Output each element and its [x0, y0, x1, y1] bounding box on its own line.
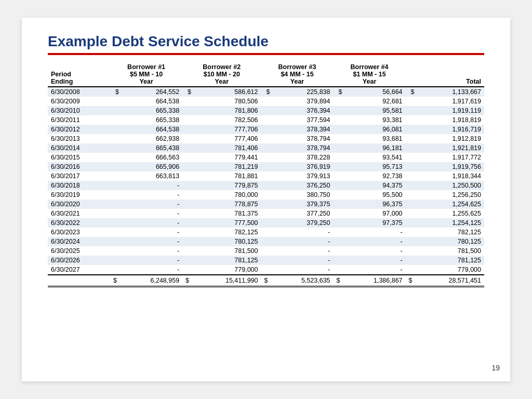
- table-cell: [334, 153, 343, 162]
- table-cell: -: [120, 181, 182, 190]
- table-cell: 779,000: [416, 265, 484, 275]
- table-cell: [406, 143, 416, 153]
- table-cell: [182, 237, 192, 246]
- table-cell: [110, 171, 120, 181]
- table-total-row: $6,248,959$15,411,990$5,523,635$1,386,86…: [48, 275, 484, 287]
- table-cell: -: [343, 256, 405, 265]
- table-cell: -: [343, 237, 405, 246]
- table-row: 6/30/2014665,438781,406378,79496,1811,92…: [48, 143, 484, 153]
- table-cell: [110, 256, 120, 265]
- total-cell: $: [261, 275, 271, 287]
- table-cell: 6/30/2009: [48, 97, 110, 106]
- col-header-b3: Borrower #3$4 MM - 15Year: [261, 62, 334, 87]
- slide-title: Example Debt Service Schedule: [48, 33, 484, 50]
- table-cell: $: [110, 87, 120, 97]
- table-cell: [406, 237, 416, 246]
- table-cell: 6/30/2027: [48, 265, 110, 275]
- table-cell: 1,250,500: [416, 181, 484, 190]
- table-cell: [110, 97, 120, 106]
- table-cell: $: [334, 87, 343, 97]
- table-cell: 778,875: [192, 200, 261, 209]
- table-cell: 1,133,667: [416, 87, 484, 97]
- table-row: 6/30/2016665,906781,219376,91995,7131,91…: [48, 162, 484, 171]
- table-cell: 777,500: [192, 218, 261, 228]
- total-cell: 1,386,867: [343, 275, 405, 287]
- table-cell: 665,338: [120, 115, 182, 125]
- total-cell: 6,248,959: [120, 275, 182, 287]
- table-cell: 6/30/2024: [48, 237, 110, 246]
- table-cell: $: [182, 87, 192, 97]
- total-cell: $: [334, 275, 343, 287]
- table-cell: -: [271, 256, 333, 265]
- table-cell: 779,000: [192, 265, 261, 275]
- table-cell: 6/30/2012: [48, 125, 110, 134]
- table-cell: [406, 97, 416, 106]
- table-cell: 1,921,819: [416, 143, 484, 153]
- table-row: 6/30/2026-781,125--781,125: [48, 256, 484, 265]
- table-cell: -: [343, 246, 405, 256]
- table-cell: [334, 246, 343, 256]
- table-cell: [334, 115, 343, 125]
- table-cell: 1,255,625: [416, 209, 484, 218]
- table-cell: 6/30/2020: [48, 200, 110, 209]
- table-cell: [261, 125, 271, 134]
- table-cell: [182, 106, 192, 115]
- table-cell: [261, 228, 271, 237]
- table-cell: [182, 246, 192, 256]
- table-cell: 779,875: [192, 181, 261, 190]
- table-cell: [182, 143, 192, 153]
- table-cell: 1,918,344: [416, 171, 484, 181]
- table-cell: -: [120, 228, 182, 237]
- table-cell: 779,441: [192, 153, 261, 162]
- table-cell: [182, 200, 192, 209]
- table-cell: 379,375: [271, 200, 333, 209]
- total-cell: $: [406, 275, 416, 287]
- table-cell: [406, 190, 416, 200]
- table-cell: [182, 209, 192, 218]
- table-cell: [110, 162, 120, 171]
- table-cell: -: [120, 246, 182, 256]
- table-cell: [110, 246, 120, 256]
- table-cell: [182, 97, 192, 106]
- table-cell: 376,250: [271, 181, 333, 190]
- table-cell: -: [120, 237, 182, 246]
- table-cell: 6/30/2014: [48, 143, 110, 153]
- table-cell: 777,406: [192, 134, 261, 143]
- table-cell: 781,219: [192, 162, 261, 171]
- table-cell: -: [120, 256, 182, 265]
- table-cell: [110, 134, 120, 143]
- table-cell: 1,256,250: [416, 190, 484, 200]
- table-cell: [406, 162, 416, 171]
- table-cell: 782,125: [192, 228, 261, 237]
- table-cell: [110, 265, 120, 275]
- table-cell: 6/30/2011: [48, 115, 110, 125]
- table-cell: [261, 171, 271, 181]
- table-row: 6/30/2015666,563779,441378,22893,5411,91…: [48, 153, 484, 162]
- table-cell: [261, 237, 271, 246]
- table-cell: [406, 181, 416, 190]
- table-cell: 664,538: [120, 125, 182, 134]
- table-cell: [334, 256, 343, 265]
- table-cell: 1,919,756: [416, 162, 484, 171]
- table-cell: [261, 190, 271, 200]
- table-cell: [261, 256, 271, 265]
- table-cell: -: [120, 209, 182, 218]
- table-row: 6/30/2012664,538777,706378,39496,0811,91…: [48, 125, 484, 134]
- table-cell: 781,375: [192, 209, 261, 218]
- table-cell: 6/30/2015: [48, 153, 110, 162]
- table-cell: $: [261, 87, 271, 97]
- slide-number: 19: [491, 364, 500, 372]
- table-cell: 6/30/2018: [48, 181, 110, 190]
- table-cell: 379,250: [271, 218, 333, 228]
- table-cell: [261, 200, 271, 209]
- table-cell: [182, 256, 192, 265]
- table-cell: 97,000: [343, 209, 405, 218]
- table-cell: 6/30/2010: [48, 106, 110, 115]
- table-cell: $: [406, 87, 416, 97]
- table-cell: [182, 125, 192, 134]
- table-cell: [334, 218, 343, 228]
- table-cell: [334, 143, 343, 153]
- table-row: 6/30/2023-782,125--782,125: [48, 228, 484, 237]
- slide: Example Debt Service Schedule PeriodEndi…: [22, 18, 510, 381]
- table-cell: 264,552: [120, 87, 182, 97]
